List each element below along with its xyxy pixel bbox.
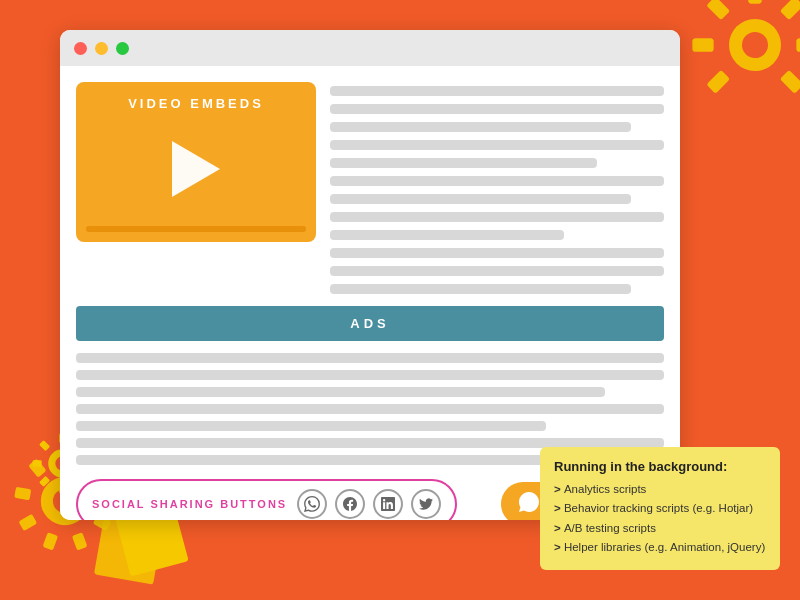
text-line-3	[330, 122, 631, 132]
svg-rect-10	[693, 39, 714, 52]
info-box-item-4: Helper libraries (e.g. Animation, jQuery…	[554, 538, 766, 558]
video-embed-block: VIDEO EMBEDS	[76, 82, 316, 242]
social-icons-group	[297, 489, 441, 519]
svg-rect-31	[33, 460, 42, 467]
gear-decoration-top-right	[690, 0, 800, 114]
svg-rect-8	[780, 70, 800, 94]
content-line-4	[76, 404, 664, 414]
text-line-12	[330, 284, 631, 294]
content-line-7	[76, 455, 605, 465]
text-line-9	[330, 230, 564, 240]
minimize-button-icon[interactable]	[95, 42, 108, 55]
svg-rect-19	[43, 532, 59, 550]
svg-rect-21	[14, 487, 31, 501]
text-line-2	[330, 104, 664, 114]
text-line-8	[330, 212, 664, 222]
social-sharing-section: SOCIAL SHARING BUTTONS	[76, 479, 457, 520]
svg-rect-20	[18, 514, 37, 531]
maximize-button-icon[interactable]	[116, 42, 129, 55]
play-button-icon[interactable]	[172, 141, 220, 197]
info-box-item-1: Analytics scripts	[554, 480, 766, 500]
text-line-7	[330, 194, 631, 204]
text-line-10	[330, 248, 664, 258]
ads-bar[interactable]: ADS	[76, 306, 664, 341]
content-line-1	[76, 353, 664, 363]
chat-bubble-icon	[517, 490, 541, 518]
whatsapp-icon[interactable]	[297, 489, 327, 519]
social-sharing-label: SOCIAL SHARING BUTTONS	[92, 498, 287, 510]
svg-rect-9	[706, 70, 730, 94]
text-line-1	[330, 86, 664, 96]
linkedin-icon[interactable]	[373, 489, 403, 519]
content-line-3	[76, 387, 605, 397]
svg-point-1	[742, 32, 768, 58]
svg-rect-18	[72, 532, 88, 550]
svg-rect-11	[706, 0, 730, 20]
browser-titlebar	[60, 30, 680, 66]
facebook-icon[interactable]	[335, 489, 365, 519]
text-line-11	[330, 266, 664, 276]
content-line-2	[76, 370, 664, 380]
video-embed-title: VIDEO EMBEDS	[128, 96, 264, 111]
info-box-item-3: A/B testing scripts	[554, 519, 766, 539]
text-line-5	[330, 158, 597, 168]
svg-rect-3	[749, 0, 762, 3]
svg-rect-7	[797, 39, 800, 52]
background-scripts-info-box: Running in the background: Analytics scr…	[540, 447, 780, 570]
info-box-item-2: Behavior tracking scripts (e.g. Hotjar)	[554, 499, 766, 519]
close-button-icon[interactable]	[74, 42, 87, 55]
svg-rect-30	[39, 476, 50, 487]
info-box-title: Running in the background:	[554, 459, 766, 474]
text-line-4	[330, 140, 664, 150]
content-line-5	[76, 421, 546, 431]
content-text-lines	[330, 82, 664, 294]
top-content-row: VIDEO EMBEDS	[76, 82, 664, 294]
svg-rect-6	[780, 0, 800, 20]
video-progress-bar	[86, 226, 306, 232]
text-line-6	[330, 176, 664, 186]
svg-rect-32	[39, 440, 50, 451]
twitter-icon[interactable]	[411, 489, 441, 519]
